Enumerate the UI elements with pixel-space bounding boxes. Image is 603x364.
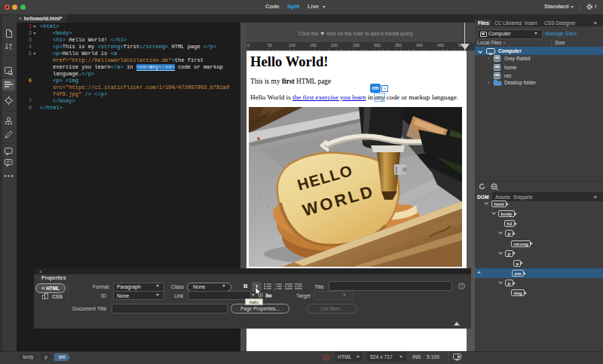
svg-text:2: 2	[274, 287, 277, 291]
svg-text:?: ?	[461, 283, 464, 289]
svg-text:1: 1	[274, 283, 277, 286]
